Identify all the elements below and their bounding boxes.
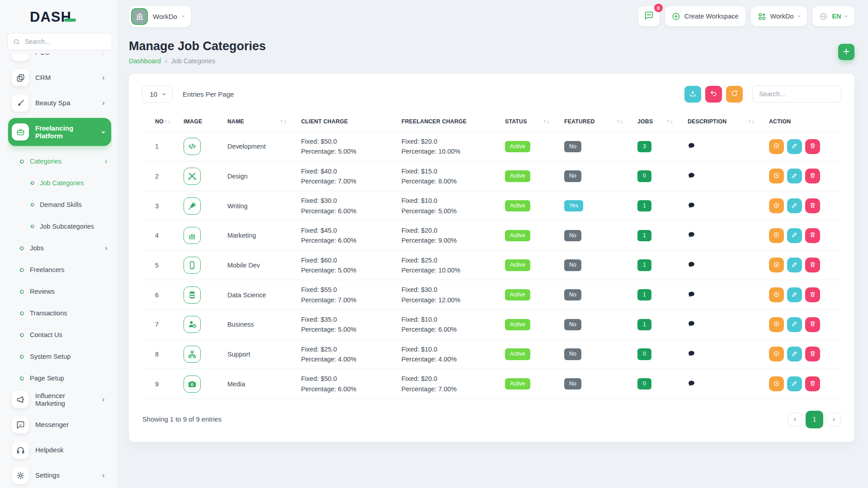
featured-badge: No bbox=[564, 259, 581, 271]
briefcase-icon bbox=[12, 123, 29, 141]
job-categories-table: NO↑↓IMAGENAME↑↓CLIENT CHARGEFREELANCER C… bbox=[142, 112, 841, 399]
column-header-no[interactable]: NO↑↓ bbox=[142, 112, 184, 132]
delete-button[interactable] bbox=[805, 198, 820, 213]
sidebar-item-influencer-marketing[interactable]: Influencer Marketing› bbox=[8, 389, 111, 410]
description-tooltip-button[interactable] bbox=[688, 142, 695, 150]
chevron-right-icon: › bbox=[102, 74, 108, 82]
description-tooltip-button[interactable] bbox=[688, 172, 695, 179]
sidebar-item-demand-skills[interactable]: Demand Skills bbox=[8, 194, 111, 216]
column-header-featured[interactable]: FEATURED↑↓ bbox=[564, 112, 637, 132]
delete-button[interactable] bbox=[805, 139, 820, 154]
language-selector-button[interactable]: EN › bbox=[812, 6, 854, 26]
sidebar-item-freelancing-platform[interactable]: Freelancing Platform› bbox=[8, 118, 111, 146]
sidebar-item-helpdesk[interactable]: Helpdesk bbox=[8, 440, 111, 460]
description-tooltip-button[interactable] bbox=[688, 202, 695, 209]
edit-button[interactable] bbox=[787, 317, 802, 332]
delete-button[interactable] bbox=[805, 347, 820, 361]
refresh-button[interactable] bbox=[726, 86, 743, 103]
breadcrumb-dashboard-link[interactable]: Dashboard bbox=[129, 57, 161, 65]
edit-button[interactable] bbox=[787, 198, 802, 213]
view-button[interactable] bbox=[769, 376, 784, 391]
delete-button[interactable] bbox=[805, 258, 820, 272]
view-button[interactable] bbox=[769, 169, 784, 183]
export-button[interactable] bbox=[684, 86, 701, 103]
edit-button[interactable] bbox=[787, 376, 802, 391]
view-button[interactable] bbox=[769, 139, 784, 154]
add-category-button[interactable] bbox=[838, 44, 854, 60]
description-tooltip-button[interactable] bbox=[688, 380, 695, 387]
sidebar-item-settings[interactable]: Settings› bbox=[8, 465, 111, 486]
delete-button[interactable] bbox=[805, 228, 820, 243]
sidebar-item-job-subcategories[interactable]: Job Subcategories bbox=[8, 216, 111, 237]
column-header-description[interactable]: DESCRIPTION↑↓ bbox=[688, 112, 769, 132]
sidebar-item-transactions[interactable]: Transactions bbox=[8, 302, 111, 324]
cell-client-charge: Fixed: $45.0Percentage: 6.00% bbox=[301, 221, 401, 250]
chevron-right-icon: › bbox=[102, 54, 108, 56]
delete-button[interactable] bbox=[805, 317, 820, 332]
pagination-prev-button[interactable]: ‹ bbox=[788, 413, 802, 427]
sidebar-item-page-setup[interactable]: Page Setup bbox=[8, 367, 111, 389]
brand-logo[interactable]: DASH bbox=[30, 10, 112, 24]
edit-button[interactable] bbox=[787, 228, 802, 243]
view-button[interactable] bbox=[769, 228, 784, 243]
sidebar-item-crm[interactable]: CRM› bbox=[8, 67, 111, 88]
reset-button[interactable] bbox=[705, 86, 722, 103]
description-tooltip-button[interactable] bbox=[688, 291, 695, 298]
delete-button[interactable] bbox=[805, 169, 820, 183]
messages-button[interactable]: 0 bbox=[638, 6, 660, 26]
sidebar-search[interactable] bbox=[7, 33, 112, 50]
edit-button[interactable] bbox=[787, 258, 802, 272]
sidebar-item-messenger[interactable]: Messenger bbox=[8, 414, 111, 435]
pagination-next-button[interactable]: › bbox=[827, 413, 841, 427]
status-badge: Active bbox=[505, 170, 530, 182]
sidebar-item-label: Transactions bbox=[30, 310, 67, 317]
sidebar-item-system-setup[interactable]: System Setup bbox=[8, 346, 111, 367]
description-tooltip-button[interactable] bbox=[688, 350, 695, 357]
cell-freelancer-charge: Fixed: $25.0Percentage: 10.00% bbox=[401, 250, 505, 280]
workspace-switcher-button[interactable]: WorkDo › bbox=[751, 6, 807, 26]
topbar: WorkDo › 0 Create Workspace bbox=[129, 5, 854, 27]
description-tooltip-button[interactable] bbox=[688, 231, 695, 239]
breadcrumb-current: Job Categories bbox=[171, 57, 216, 65]
jobs-count-badge: 3 bbox=[637, 141, 651, 152]
sidebar-item-contact-us[interactable]: Contact Us bbox=[8, 324, 111, 346]
delete-button[interactable] bbox=[805, 376, 820, 391]
column-header-status[interactable]: STATUS↑↓ bbox=[505, 112, 564, 132]
view-button[interactable] bbox=[769, 347, 784, 361]
column-header-name[interactable]: NAME↑↓ bbox=[227, 112, 301, 132]
sidebar-item-pos[interactable]: POS› bbox=[8, 54, 111, 63]
sidebar-item-jobs[interactable]: Jobs› bbox=[8, 237, 111, 259]
view-button[interactable] bbox=[769, 317, 784, 332]
pencil-icon bbox=[791, 320, 798, 328]
delete-button[interactable] bbox=[805, 287, 820, 302]
sidebar-search-input[interactable] bbox=[24, 38, 108, 46]
workspace-selector[interactable]: WorkDo › bbox=[129, 6, 191, 27]
view-button[interactable] bbox=[769, 287, 784, 302]
copy-squares-icon bbox=[12, 69, 29, 86]
entries-per-page-select[interactable]: 10 › bbox=[142, 85, 173, 103]
cell-no: 9 bbox=[142, 369, 184, 399]
eye-icon bbox=[773, 320, 780, 328]
description-tooltip-button[interactable] bbox=[688, 320, 695, 328]
column-label: ACTION bbox=[769, 118, 791, 125]
table-search-input[interactable] bbox=[753, 85, 841, 103]
edit-button[interactable] bbox=[787, 139, 802, 154]
edit-button[interactable] bbox=[787, 347, 802, 361]
column-header-jobs[interactable]: JOBS↑↓ bbox=[637, 112, 688, 132]
cell-action bbox=[769, 369, 841, 399]
sidebar-item-label: Categories bbox=[30, 158, 61, 165]
sidebar-item-freelancers[interactable]: Freelancers bbox=[8, 259, 111, 281]
sidebar-item-categories[interactable]: Categories› bbox=[8, 150, 111, 172]
edit-button[interactable] bbox=[787, 287, 802, 302]
view-button[interactable] bbox=[769, 258, 784, 272]
sidebar-item-job-categories[interactable]: Job Categories bbox=[8, 172, 111, 194]
pagination-page-1[interactable]: 1 bbox=[806, 411, 823, 428]
sidebar-item-beauty-spa[interactable]: Beauty Spa› bbox=[8, 93, 111, 113]
sidebar-item-reviews[interactable]: Reviews bbox=[8, 281, 111, 302]
description-tooltip-button[interactable] bbox=[688, 261, 695, 268]
building-icon bbox=[131, 8, 148, 25]
message-dots-icon bbox=[644, 11, 654, 22]
create-workspace-button[interactable]: Create Workspace bbox=[665, 6, 745, 26]
view-button[interactable] bbox=[769, 198, 784, 213]
edit-button[interactable] bbox=[787, 169, 802, 183]
